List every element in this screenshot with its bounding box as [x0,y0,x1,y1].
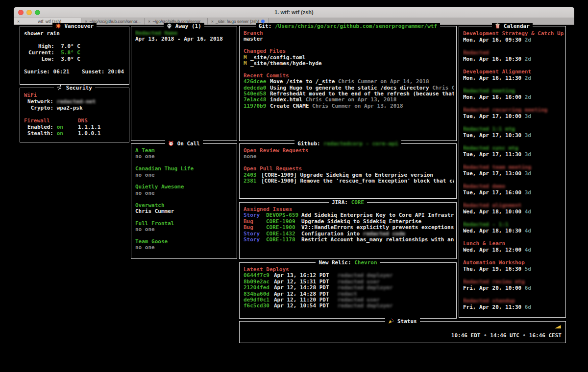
wifi-header: WiFi [24,92,127,98]
file-path: _site/themes/hyde-hyde [250,60,322,67]
network-label: Network: [24,98,53,105]
commit-meta: Chris Cummer on Apr 13, 2018 [306,96,396,103]
deploy-date: Apr 12, 14:28 PDT [274,285,338,291]
event-days-until: 4d [525,247,531,253]
git-title-prefix: Git: [259,23,272,29]
fencer-icon [57,85,63,92]
weather-low-label: Low: [24,56,54,62]
event-title: Development Strategy & Catch Up [463,30,564,37]
event-days-until: 3d [525,132,531,139]
world-clock: 10:46 EDT • 14:46 UTC • 16:46 CEST [451,332,562,339]
issue-type: Story [244,212,266,218]
commit-meta: Chris Cummer on Apr 14, 2018 [338,78,429,85]
window-title: 1. wtf: wtf (zsh) [14,9,574,15]
commit-meta: Chris Cummer on Apr 13, 2018 [312,103,403,109]
oncall-team: Full Frontalno one [135,221,235,233]
close-tab-icon[interactable]: × [17,19,20,24]
redacted-github-repo: redactedcorp - core-api [323,140,398,147]
calendar-event: Redacted - 1:1Wed, Apr 18, 10:30 4d [463,221,564,234]
titlebar[interactable]: 1. wtf: wtf (zsh) [14,7,574,18]
event-days-until: 3d [525,170,531,177]
newrelic-title-prefix: New Relic: [318,259,351,266]
pr-number: 2381 [244,178,261,184]
pr-title: [CORE-1900] Remove the 'rescue_from Exce… [261,178,454,184]
tab-activity-indicator [261,20,265,23]
cheese-icon [554,324,562,330]
issue-title: V2::HandleErrors explicitly prevents exc… [301,224,454,231]
burst-icon [55,23,61,30]
pr-title: [CORE-1909] Upgrade Sidekiq gem to Enter… [261,172,433,178]
event-days-until: 2d [525,37,531,43]
dns-secondary: 1.0.0.1 [78,130,100,137]
calendar-event: Redacted meetingMon, Apr 16, 16:00 2d [463,88,564,100]
party-popper-icon [388,318,394,326]
panel-title: Vancouver [65,23,94,29]
oncall-panel: On Call A Teamno one Canadian Thug Lifen… [131,143,237,259]
issue-type: Bug [244,225,266,231]
event-datetime: Tue, Apr 17, 11:30 [463,151,521,158]
redacted-event-title: Redacted review mtg [463,279,564,285]
weather-sunrise: Sunrise: 06:21 [24,69,70,75]
event-datetime: Tue, Apr 17, 10:00 [463,113,521,119]
jira-project: CORE [351,199,365,206]
file-path: _site/config.toml [250,54,306,61]
git-panel: Git: /Users/chris/go/src/github.com/seno… [239,26,457,141]
commit-row: 11970b9Create CNAME Chris Cummer on Apr … [244,103,454,109]
redacted-deploy-user: redacted deployer [338,272,393,279]
redacted-deploy-user: redacted user [338,279,380,285]
redacted-event-title: Redacted 1:1 mtg [463,126,564,132]
event-datetime: Mon, Apr 16, 10:30 [463,56,521,62]
redacted-event-title: Redacted team meeting [463,164,564,170]
stealth-value: on [57,130,63,137]
oncall-team: Quietly Awesomeno one [135,184,235,196]
event-datetime: Mon, Apr 16, 11:30 [463,75,521,81]
oncall-person: no one [135,154,235,160]
event-days-until: 3d [525,189,531,196]
review-requests-header: Open Review Requests [244,148,454,154]
redacted-event-title: Redacted [463,49,564,56]
event-days-until: 2d [525,75,531,81]
calendar-event: Redacted recurring meetingTue, Apr 17, 1… [463,107,564,119]
redacted-issue-text: redacted code [363,231,405,237]
wtf-dashboard: Vancouver shower rain High: 7.0° C Curre… [14,25,574,372]
crypto-value: wpa2-psk [57,105,83,111]
changed-file: M_site/themes/hyde-hyde [244,61,454,67]
oncall-person: no one [135,190,235,196]
calendar-event: Redacted 1:1 mtgTue, Apr 17, 10:30 3d [463,126,564,139]
redacted-event-title: Redacted demo [463,183,564,189]
event-datetime: Thu, Apr 19, 16:30 [463,266,521,272]
crypto-label: Crypto: [24,105,53,111]
event-days-until: 6d [525,285,531,291]
deploy-sha: f6c5cd30 [244,303,274,309]
team-name: Quietly Awesome [135,184,235,190]
event-title: Automation Workshop [463,259,564,266]
deploy-row: 21204fedApr 12, 14:28 PDTredacted deploy… [244,285,454,291]
away-panel: Away (1) Redacted Name Apr 13, 2018 - Ap… [131,26,237,141]
dns-primary: 1.1.1.1 [78,124,100,130]
event-datetime: Wed, Apr 18, 12:00 [463,247,521,253]
event-datetime: Mon, Apr 16, 16:00 [463,94,521,100]
event-days-until: 3d [525,113,531,119]
weather-current-label: Current: [24,49,54,56]
clock-time-cest: 16:46 CEST [529,332,562,339]
oncall-team: Team Gooseno one [135,239,235,251]
file-status: M [244,61,250,67]
event-datetime: Tue, Apr 17, 13:00 [463,170,521,177]
dns-header: DNS [78,117,88,124]
newrelic-panel: New Relic: Chevron Latest Deploys 0644f7… [239,262,457,319]
event-title: Development Alignment [463,69,564,75]
event-days-until: 2d [525,56,531,62]
redacted-deploy-user: redacted deployer [338,302,393,309]
clock-time-utc: 14:46 UTC [490,332,519,339]
calendar-event: Redacted sync mtgTue, Apr 17, 11:30 3d [463,145,564,158]
jira-title-prefix: JIRA: [332,199,348,206]
issue-title: Restrict Account has_many relationships … [301,236,454,243]
branch-name: master [244,36,454,42]
redacted-deploy-user: redact [338,291,357,297]
event-title: Lunch & Learn [463,240,564,247]
calendar-event: Redacted standupFri, Apr 20, 11:30 6d [463,298,564,310]
commit-message: RefreshedAt moved to the end of the refr… [270,91,454,97]
oncall-team: A Teamno one [135,148,235,160]
redacted-event-title: Redacted - 1:1 [463,221,564,228]
team-name: Canadian Thug Life [135,166,235,172]
